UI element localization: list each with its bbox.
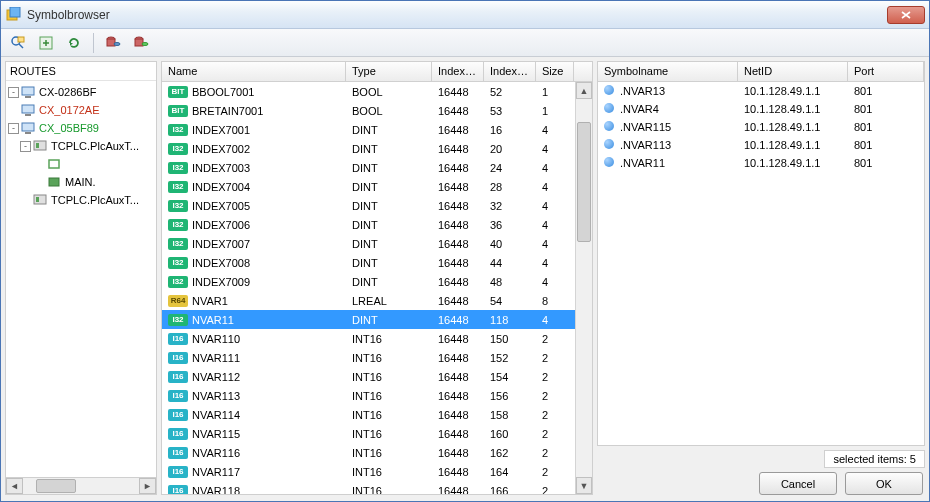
tree-item[interactable]: TCPLC.PlcAuxT... — [6, 191, 156, 209]
scroll-left-icon[interactable]: ◄ — [6, 478, 23, 494]
svg-rect-17 — [25, 132, 31, 134]
col-netid[interactable]: NetID — [738, 62, 848, 81]
cancel-button[interactable]: Cancel — [759, 472, 837, 495]
col-name[interactable]: Name — [162, 62, 346, 81]
type-badge-icon: I32 — [168, 200, 188, 212]
selected-row[interactable]: .NVAR410.1.128.49.1.1801 — [598, 100, 924, 118]
symbol-type: DINT — [346, 238, 432, 250]
symbolbrowser-window: Symbolbrowser ROUTES -CX-0286BFCX_0172AE… — [0, 0, 930, 502]
db-icon[interactable] — [102, 32, 124, 54]
routes-label: ROUTES — [6, 62, 156, 81]
table-row[interactable]: I16NVAR116INT16164481622 — [162, 443, 592, 462]
table-row[interactable]: I32INDEX7005DINT16448324 — [162, 196, 592, 215]
symbol-name: NVAR111 — [192, 352, 240, 364]
symbol-table-header[interactable]: Name Type Index-... Index-... Size — [162, 62, 592, 82]
type-badge-icon: I32 — [168, 257, 188, 269]
tree-hscrollbar[interactable]: ◄ ► — [6, 477, 156, 494]
symbol-index1: 16448 — [432, 371, 484, 383]
symbol-type: INT16 — [346, 333, 432, 345]
table-row[interactable]: I16NVAR117INT16164481642 — [162, 462, 592, 481]
tree-item[interactable]: MAIN. — [6, 173, 156, 191]
symbol-index1: 16448 — [432, 200, 484, 212]
scroll-up-icon[interactable]: ▲ — [576, 82, 592, 99]
selected-row[interactable]: .NVAR11510.1.128.49.1.1801 — [598, 118, 924, 136]
tree-item[interactable]: -CX-0286BF — [6, 83, 156, 101]
symbol-name: INDEX7005 — [192, 200, 250, 212]
routes-tree[interactable]: -CX-0286BFCX_0172AE-CX_05BF89-TCPLC.PlcA… — [6, 81, 156, 477]
table-row[interactable]: BITBBOOL7001BOOL16448521 — [162, 82, 592, 101]
refresh-icon[interactable] — [63, 32, 85, 54]
type-badge-icon: I32 — [168, 124, 188, 136]
table-row[interactable]: I16NVAR113INT16164481562 — [162, 386, 592, 405]
selected-table-header[interactable]: Symbolname NetID Port — [598, 62, 924, 82]
table-row[interactable]: I32INDEX7003DINT16448244 — [162, 158, 592, 177]
tree-item-label: CX_0172AE — [39, 104, 100, 116]
table-row[interactable]: I32INDEX7008DINT16448444 — [162, 253, 592, 272]
table-vscrollbar[interactable]: ▲ ▼ — [575, 82, 592, 494]
find-icon[interactable] — [7, 32, 29, 54]
table-row[interactable]: BITBRETAIN7001BOOL16448531 — [162, 101, 592, 120]
table-row[interactable]: I32INDEX7007DINT16448404 — [162, 234, 592, 253]
ok-button[interactable]: OK — [845, 472, 923, 495]
symbol-index2: 160 — [484, 428, 536, 440]
expand-toggle[interactable]: - — [8, 123, 19, 134]
tree-item[interactable]: -CX_05BF89 — [6, 119, 156, 137]
col-type[interactable]: Type — [346, 62, 432, 81]
symbol-size: 4 — [536, 124, 574, 136]
table-row[interactable]: I16NVAR118INT16164481662 — [162, 481, 592, 494]
symbol-name: BBOOL7001 — [192, 86, 254, 98]
table-row[interactable]: I16NVAR114INT16164481582 — [162, 405, 592, 424]
table-row[interactable]: I32INDEX7006DINT16448364 — [162, 215, 592, 234]
plc-icon — [33, 192, 49, 208]
selected-table-body[interactable]: .NVAR1310.1.128.49.1.1801.NVAR410.1.128.… — [598, 82, 924, 445]
table-row[interactable]: I32NVAR11DINT164481184 — [162, 310, 592, 329]
table-row[interactable]: I32INDEX7001DINT16448164 — [162, 120, 592, 139]
symbol-type: DINT — [346, 276, 432, 288]
col-port[interactable]: Port — [848, 62, 924, 81]
selected-row[interactable]: .NVAR1110.1.128.49.1.1801 — [598, 154, 924, 172]
scroll-down-icon[interactable]: ▼ — [576, 477, 592, 494]
symbol-table: Name Type Index-... Index-... Size BITBB… — [161, 61, 593, 495]
symbol-size: 2 — [536, 390, 574, 402]
table-row[interactable]: I32INDEX7002DINT16448204 — [162, 139, 592, 158]
selected-row[interactable]: .NVAR1310.1.128.49.1.1801 — [598, 82, 924, 100]
symbol-size: 4 — [536, 143, 574, 155]
symbol-size: 2 — [536, 428, 574, 440]
symbol-table-body[interactable]: BITBBOOL7001BOOL16448521BITBRETAIN7001BO… — [162, 82, 592, 494]
symbol-index1: 16448 — [432, 105, 484, 117]
col-size[interactable]: Size — [536, 62, 574, 81]
expand-all-icon[interactable] — [35, 32, 57, 54]
tree-item[interactable] — [6, 155, 156, 173]
symbol-name: NVAR1 — [192, 295, 228, 307]
table-row[interactable]: I32INDEX7009DINT16448484 — [162, 272, 592, 291]
selected-netid: 10.1.128.49.1.1 — [738, 85, 848, 97]
table-row[interactable]: I16NVAR110INT16164481502 — [162, 329, 592, 348]
selected-row[interactable]: .NVAR11310.1.128.49.1.1801 — [598, 136, 924, 154]
table-row[interactable]: I32INDEX7004DINT16448284 — [162, 177, 592, 196]
expand-toggle[interactable]: - — [20, 141, 31, 152]
symbol-type: BOOL — [346, 105, 432, 117]
table-row[interactable]: I16NVAR111INT16164481522 — [162, 348, 592, 367]
col-symbolname[interactable]: Symbolname — [598, 62, 738, 81]
close-button[interactable] — [887, 6, 925, 24]
selected-name: .NVAR113 — [620, 139, 671, 151]
symbol-size: 4 — [536, 257, 574, 269]
scroll-right-icon[interactable]: ► — [139, 478, 156, 494]
table-row[interactable]: R64NVAR1LREAL16448548 — [162, 291, 592, 310]
tree-item[interactable]: -TCPLC.PlcAuxT... — [6, 137, 156, 155]
symbol-index1: 16448 — [432, 466, 484, 478]
scroll-thumb[interactable] — [36, 479, 76, 493]
symbol-size: 2 — [536, 352, 574, 364]
table-row[interactable]: I16NVAR112INT16164481542 — [162, 367, 592, 386]
scroll-thumb[interactable] — [577, 122, 591, 242]
expand-toggle[interactable]: - — [8, 87, 19, 98]
tree-item[interactable]: CX_0172AE — [6, 101, 156, 119]
col-index1[interactable]: Index-... — [432, 62, 484, 81]
symbol-index1: 16448 — [432, 124, 484, 136]
type-badge-icon: I16 — [168, 447, 188, 459]
table-row[interactable]: I16NVAR115INT16164481602 — [162, 424, 592, 443]
col-index2[interactable]: Index-... — [484, 62, 536, 81]
symbol-type: INT16 — [346, 352, 432, 364]
db2-icon[interactable] — [130, 32, 152, 54]
selected-table: Symbolname NetID Port .NVAR1310.1.128.49… — [597, 61, 925, 446]
